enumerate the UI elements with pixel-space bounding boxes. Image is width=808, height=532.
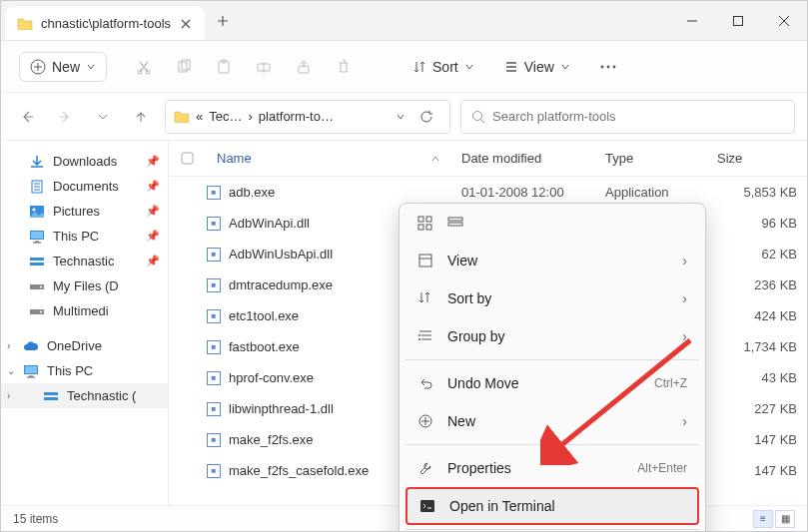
chevron-down-icon	[86, 62, 96, 72]
file-icon: ■	[207, 278, 221, 292]
close-window-button[interactable]	[761, 1, 807, 40]
back-button[interactable]	[13, 109, 41, 125]
new-tab-button[interactable]	[205, 1, 241, 40]
column-type[interactable]: Type	[595, 141, 707, 176]
chevron-down-icon	[95, 109, 111, 125]
tab-current[interactable]: chnastic\platform-tools	[5, 7, 205, 40]
maximize-button[interactable]	[715, 1, 761, 40]
crumb-double-chevron: «	[196, 109, 203, 124]
view-button[interactable]: View	[494, 53, 580, 81]
column-size[interactable]: Size	[707, 141, 807, 176]
sidebar-item-thispc[interactable]: This PC📌	[1, 224, 168, 249]
file-size: 424 KB	[707, 308, 807, 323]
forward-button[interactable]	[51, 109, 79, 125]
ctx-open-terminal[interactable]: Open in Terminal	[405, 487, 699, 525]
ctx-large-icons[interactable]	[417, 216, 435, 232]
svg-point-16	[33, 208, 36, 211]
file-type: Application	[595, 185, 707, 200]
refresh-icon	[419, 110, 433, 124]
sidebar-item-documents[interactable]: Documents📌	[1, 174, 168, 199]
sidebar-item-myfiles[interactable]: My Files (D	[1, 273, 168, 298]
share-button[interactable]	[285, 51, 323, 83]
file-name: hprof-conv.exe	[229, 370, 314, 385]
sidebar-item-thispc-tree[interactable]: ⌄This PC	[1, 358, 168, 383]
file-name: AdbWinUsbApi.dll	[229, 247, 333, 262]
file-size: 1,734 KB	[707, 339, 807, 354]
ctx-properties[interactable]: PropertiesAlt+Enter	[405, 449, 699, 487]
sidebar-item-multimedia[interactable]: Multimedi	[1, 298, 168, 323]
search-box[interactable]	[460, 100, 795, 134]
ctx-group-by[interactable]: Group by›	[405, 317, 699, 355]
refresh-button[interactable]	[411, 110, 441, 124]
new-button[interactable]: New	[19, 52, 107, 82]
minimize-button[interactable]	[669, 1, 715, 40]
delete-button[interactable]	[325, 51, 363, 83]
chevron-down-icon: ⌄	[7, 365, 15, 376]
crumb-seg2[interactable]: platform-to…	[259, 109, 334, 124]
svg-rect-36	[419, 255, 431, 266]
sidebar-item-downloads[interactable]: Downloads📌	[1, 149, 168, 174]
ctx-details-view[interactable]	[447, 216, 465, 232]
sidebar-item-label: This PC	[53, 229, 99, 244]
file-name: AdbWinApi.dll	[229, 216, 310, 231]
cut-button[interactable]	[125, 51, 163, 83]
icons-view-button[interactable]: ▦	[775, 510, 795, 528]
trash-icon	[336, 59, 352, 75]
sidebar-item-pictures[interactable]: Pictures📌	[1, 199, 168, 224]
sidebar-item-technastic[interactable]: Technastic📌	[1, 249, 168, 273]
details-icon	[447, 216, 463, 232]
arrow-up-icon	[133, 109, 149, 125]
sort-button[interactable]: Sort	[403, 53, 484, 81]
up-button[interactable]	[89, 109, 117, 125]
svg-rect-27	[44, 392, 58, 395]
download-icon	[29, 155, 45, 169]
svg-rect-32	[418, 225, 423, 230]
file-size: 5,853 KB	[707, 185, 807, 200]
sidebar-item-onedrive[interactable]: ›OneDrive	[1, 333, 168, 358]
svg-point-37	[418, 334, 420, 336]
ctx-view[interactable]: View›	[405, 242, 699, 279]
drive-icon	[43, 389, 59, 403]
sidebar-item-thispc-child[interactable]: ›Technastic (	[1, 383, 168, 408]
titlebar: chnastic\platform-tools	[1, 1, 807, 41]
pin-icon: 📌	[146, 255, 160, 267]
ctx-new[interactable]: New›	[405, 402, 699, 440]
plus-icon	[216, 14, 230, 28]
column-check[interactable]	[169, 141, 207, 176]
file-name: dmtracedump.exe	[229, 277, 333, 292]
checkbox-icon	[181, 152, 194, 165]
separator	[405, 359, 699, 360]
column-name[interactable]: Name	[207, 141, 451, 176]
chevron-down-icon[interactable]	[396, 112, 405, 122]
svg-rect-28	[44, 397, 58, 400]
folder-icon	[17, 17, 33, 30]
sort-label: Sort	[432, 59, 458, 75]
view-label: View	[524, 59, 554, 75]
paste-button[interactable]	[205, 51, 243, 83]
close-icon[interactable]	[179, 17, 193, 31]
ctx-undo[interactable]: Undo MoveCtrl+Z	[405, 364, 699, 402]
more-button[interactable]	[590, 59, 626, 75]
plus-circle-icon	[30, 59, 46, 75]
window-controls	[669, 1, 807, 40]
up-one-level-button[interactable]	[127, 109, 155, 125]
sidebar-item-label: Documents	[53, 179, 119, 194]
plus-icon	[417, 413, 435, 429]
svg-rect-19	[30, 258, 44, 261]
svg-point-13	[473, 111, 482, 120]
chevron-right-icon: ›	[7, 340, 10, 351]
svg-rect-35	[448, 223, 462, 226]
column-date[interactable]: Date modified	[451, 141, 595, 176]
copy-button[interactable]	[165, 51, 203, 83]
crumb-seg1[interactable]: Tec…	[209, 109, 242, 124]
ctx-sort-by[interactable]: Sort by›	[405, 279, 699, 317]
cut-icon	[136, 59, 152, 75]
rename-button[interactable]	[245, 51, 283, 83]
breadcrumb[interactable]: « Tec… › platform-to…	[165, 100, 450, 134]
details-view-button[interactable]: ≡	[753, 510, 773, 528]
toolbar: New Sort View	[1, 41, 807, 93]
context-menu: View› Sort by› Group by› Undo MoveCtrl+Z…	[399, 203, 706, 532]
document-icon	[29, 180, 45, 194]
svg-point-22	[40, 285, 42, 287]
search-input[interactable]	[492, 109, 784, 124]
